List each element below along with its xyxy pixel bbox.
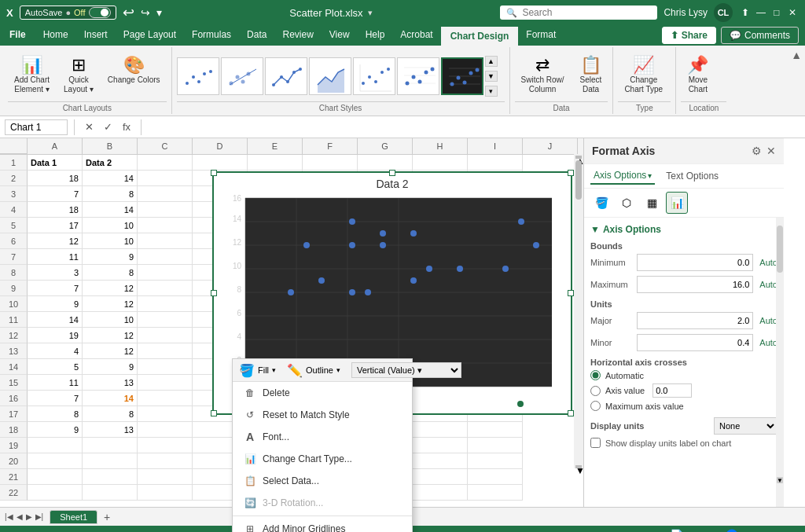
cell-a16[interactable]: 7 — [28, 391, 83, 406]
tab-chart-design[interactable]: Chart Design — [441, 25, 519, 46]
scrollbar-thumb[interactable] — [575, 160, 582, 200]
collapse-ribbon-button[interactable]: ▲ — [791, 49, 802, 61]
panel-scroll-down-btn[interactable]: ▼ — [777, 477, 783, 483]
resize-handle-tr[interactable] — [568, 170, 574, 176]
scrollbar-down-arrow[interactable]: ▼ — [575, 465, 582, 468]
cell-b15[interactable]: 13 — [83, 375, 138, 391]
panel-scrollbar[interactable]: ▼ — [776, 218, 784, 507]
show-label-checkbox[interactable] — [590, 438, 601, 448]
change-colors-button[interactable]: 🎨 Change Colors — [101, 52, 167, 88]
cell-b7[interactable]: 9 — [83, 249, 138, 265]
quick-layout-button[interactable]: ⊞ QuickLayout ▾ — [57, 52, 100, 97]
cell-a3[interactable]: 7 — [28, 186, 83, 202]
minimize-btn[interactable]: — — [755, 6, 767, 19]
cell-a6[interactable]: 12 — [28, 233, 83, 249]
cell-a7[interactable]: 11 — [28, 249, 83, 265]
maximize-btn[interactable]: □ — [770, 6, 783, 19]
search-input[interactable] — [522, 7, 640, 18]
ctx-delete[interactable]: 🗑 Delete — [233, 382, 412, 404]
cell-b17[interactable]: 8 — [83, 406, 138, 422]
cell-b6[interactable]: 10 — [83, 233, 138, 249]
cell-b14[interactable]: 9 — [83, 359, 138, 375]
cell-a14[interactable]: 5 — [28, 359, 83, 375]
close-btn[interactable]: ✕ — [786, 6, 799, 19]
chart-style-7[interactable] — [441, 57, 483, 95]
resize-handle-right[interactable] — [568, 290, 574, 296]
switch-row-column-button[interactable]: ⇄ Switch Row/Column — [515, 52, 571, 97]
maximum-auto[interactable]: Auto — [759, 280, 777, 289]
cell-b12[interactable]: 12 — [83, 328, 138, 343]
tab-data[interactable]: Data — [239, 25, 274, 46]
resize-handle-tl[interactable] — [211, 170, 217, 176]
chart-style-2[interactable] — [221, 57, 263, 95]
tab-view[interactable]: View — [322, 25, 358, 46]
file-tab[interactable]: File — [0, 25, 35, 46]
cell-c1[interactable] — [138, 155, 193, 171]
normal-view-btn[interactable]: ⊞ — [654, 529, 663, 532]
change-chart-type-button[interactable]: 📈 ChangeChart Type — [618, 52, 669, 97]
resize-handle-bl[interactable] — [211, 410, 217, 416]
add-sheet-button[interactable]: + — [99, 509, 115, 525]
panel-grid-icon-btn[interactable]: ▦ — [641, 192, 663, 214]
cell-a2[interactable]: 18 — [28, 171, 83, 186]
radio-axis-value-input[interactable] — [590, 386, 601, 396]
page-break-view-btn[interactable]: ⊟ — [689, 529, 699, 532]
panel-settings-icon[interactable]: ⚙ — [752, 145, 762, 157]
cell-a15[interactable]: 11 — [28, 375, 83, 391]
sheet-prev-btn[interactable]: ◀ — [15, 512, 24, 521]
axis-value-input[interactable] — [652, 383, 692, 398]
chart-style-6[interactable] — [397, 57, 439, 95]
cell-b1[interactable]: Data 2 — [83, 155, 138, 171]
vertical-value-selector[interactable]: Vertical (Value) ▾ — [351, 362, 461, 378]
cell-b18[interactable]: 13 — [83, 422, 138, 438]
panel-close-button[interactable]: ✕ — [766, 145, 776, 157]
cell-b10[interactable]: 12 — [83, 296, 138, 312]
autosave-toggle[interactable] — [89, 7, 111, 18]
cell-b4[interactable]: 14 — [83, 202, 138, 218]
fill-button[interactable]: 🪣 Fill ▾ — [239, 363, 276, 378]
panel-tab-text-options[interactable]: Text Options — [660, 168, 725, 184]
cell-a5[interactable]: 17 — [28, 218, 83, 233]
ctx-reset-style[interactable]: ↺ Reset to Match Style — [233, 404, 412, 426]
redo-icon[interactable]: ↪ — [141, 6, 150, 19]
formula-input[interactable] — [148, 122, 800, 133]
cell-a4[interactable]: 18 — [28, 202, 83, 218]
comments-button[interactable]: 💬 Comments — [721, 27, 799, 44]
resize-handle-left[interactable] — [211, 290, 217, 296]
sheet-tab-sheet1[interactable]: Sheet1 — [50, 510, 97, 524]
name-box[interactable] — [5, 119, 68, 135]
panel-shape-icon-btn[interactable]: ⬡ — [616, 192, 638, 214]
quick-access-icon[interactable]: ▾ — [156, 6, 162, 19]
sheet-last-btn[interactable]: ▶| — [34, 512, 46, 521]
share-button[interactable]: ⬆ Share — [662, 27, 716, 44]
insert-function-btn[interactable]: fx — [119, 119, 134, 135]
sheet-next-btn[interactable]: ▶ — [24, 512, 34, 521]
cell-b2[interactable]: 14 — [83, 171, 138, 186]
cell-b13[interactable]: 12 — [83, 343, 138, 359]
ctx-select-data[interactable]: 📋 Select Data... — [233, 470, 412, 492]
select-data-button[interactable]: 📋 SelectData — [574, 52, 608, 97]
chart-style-5[interactable] — [353, 57, 395, 95]
scroll-up-arrow[interactable]: ▲ — [485, 56, 498, 67]
avatar[interactable]: CL — [714, 3, 733, 22]
radio-max-axis-value-input[interactable] — [590, 401, 601, 411]
cell-b8[interactable]: 8 — [83, 265, 138, 281]
tab-review[interactable]: Review — [274, 25, 321, 46]
cell-a11[interactable]: 14 — [28, 312, 83, 328]
minor-input[interactable] — [637, 334, 753, 351]
display-units-select[interactable]: None Hundreds Thousands Millions — [714, 417, 777, 435]
scroll-expand-arrow[interactable]: ▾ — [485, 86, 498, 97]
panel-fill-icon-btn[interactable]: 🪣 — [590, 192, 612, 214]
radio-automatic-input[interactable] — [590, 370, 601, 380]
resize-handle-br[interactable] — [568, 410, 574, 416]
vertical-scrollbar[interactable]: ▲ ▼ — [574, 154, 583, 468]
scrollbar-up-arrow[interactable]: ▲ — [575, 156, 582, 159]
cell-a9[interactable]: 7 — [28, 281, 83, 296]
maximum-input[interactable] — [637, 276, 753, 293]
ctx-change-chart-type[interactable]: 📊 Change Chart Type... — [233, 448, 412, 470]
panel-chart-icon-btn[interactable]: 📊 — [666, 192, 688, 214]
cell-b5[interactable]: 10 — [83, 218, 138, 233]
chart-styles-scroll[interactable]: ▲ ▼ ▾ — [485, 56, 498, 97]
autosave-badge[interactable]: AutoSave ● Off — [20, 6, 116, 20]
cell-a18[interactable]: 9 — [28, 422, 83, 438]
